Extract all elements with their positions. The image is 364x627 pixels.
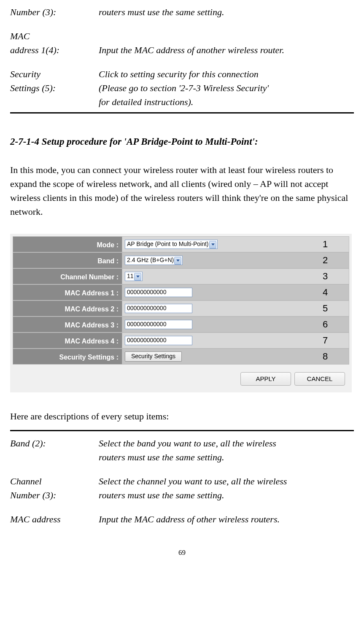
mac-input-2[interactable]: 000000000000 xyxy=(125,304,192,313)
figure-row-value: 113 xyxy=(122,268,349,284)
chevron-down-icon xyxy=(136,276,140,278)
settings-figure: Mode :AP Bridge (Point to Multi-Point)1B… xyxy=(10,234,352,393)
figure-row-label: MAC Address 3 : xyxy=(13,316,122,332)
def-label: MAC xyxy=(10,29,99,43)
def-label: Number (3): xyxy=(10,5,99,19)
def-label: Band (2): xyxy=(10,436,99,450)
top-definitions: Number (3): routers must use the same se… xyxy=(10,5,354,109)
annotation-number: 3 xyxy=(304,269,346,283)
def-value: Input the MAC address of other wireless … xyxy=(99,512,354,526)
def-label: Settings (5): xyxy=(10,81,99,95)
figure-row-value: 2.4 GHz (B+G+N)2 xyxy=(122,252,349,268)
figure-row: Security Settings :Security Settings8 xyxy=(13,349,349,365)
annotation-number: 5 xyxy=(304,301,346,315)
def-label: Security xyxy=(10,67,99,81)
def-row: Band (2): Select the band you want to us… xyxy=(10,436,354,450)
body-paragraph: In this mode, you can connect your wirel… xyxy=(10,163,354,219)
def-value: routers must use the same setting. xyxy=(99,488,354,502)
def-label: MAC address xyxy=(10,512,99,526)
figure-row-value: AP Bridge (Point to Multi-Point)1 xyxy=(122,236,349,252)
mac-input-3[interactable]: 000000000000 xyxy=(125,320,192,329)
def-value: (Please go to section '2-7-3 Wireless Se… xyxy=(99,81,354,95)
def-row: Channel Select the channel you want to u… xyxy=(10,474,354,488)
figure-row: MAC Address 1 :0000000000004 xyxy=(13,284,349,300)
def-value: Click to setting security for this conne… xyxy=(99,67,354,81)
apply-button[interactable]: APPLY xyxy=(240,372,291,386)
def-value: Input the MAC address of another wireles… xyxy=(99,43,354,57)
annotation-number: 4 xyxy=(304,285,346,299)
figure-row-value: 0000000000006 xyxy=(122,316,349,332)
def-label: address 1(4): xyxy=(10,43,99,57)
def-row: for detailed instructions). xyxy=(10,95,354,109)
def-value: routers must use the same setting. xyxy=(99,5,354,19)
figure-row: MAC Address 4 :0000000000007 xyxy=(13,332,349,349)
figure-row: MAC Address 2 :0000000000005 xyxy=(13,300,349,316)
def-row: routers must use the same setting. xyxy=(10,450,354,464)
select-1[interactable]: AP Bridge (Point to Multi-Point) xyxy=(125,240,218,249)
annotation-number: 8 xyxy=(304,349,346,363)
figure-row: Band :2.4 GHz (B+G+N)2 xyxy=(13,252,349,268)
page-number: 69 xyxy=(10,547,354,558)
divider xyxy=(10,112,354,114)
cancel-button[interactable]: CANCEL xyxy=(294,372,345,386)
def-row: address 1(4): Input the MAC address of a… xyxy=(10,43,354,57)
def-value: for detailed instructions). xyxy=(99,95,354,109)
chevron-down-icon xyxy=(211,243,215,246)
def-row: MAC address Input the MAC address of oth… xyxy=(10,512,354,526)
figure-row-label: MAC Address 1 : xyxy=(13,284,122,300)
chevron-down-icon xyxy=(176,259,180,262)
figure-row: Mode :AP Bridge (Point to Multi-Point)1 xyxy=(13,236,349,252)
annotation-number: 7 xyxy=(304,333,346,347)
descriptions-intro: Here are descriptions of every setup ite… xyxy=(10,409,354,423)
def-row: Settings (5): (Please go to section '2-7… xyxy=(10,81,354,95)
figure-row-label: Band : xyxy=(13,252,122,268)
bottom-definitions: Band (2): Select the band you want to us… xyxy=(10,436,354,526)
select-3[interactable]: 11 xyxy=(125,272,143,281)
figure-row: Channel Number :113 xyxy=(13,268,349,284)
select-2[interactable]: 2.4 GHz (B+G+N) xyxy=(125,256,183,265)
figure-row-value: 0000000000005 xyxy=(122,300,349,316)
mac-input-4[interactable]: 000000000000 xyxy=(125,336,192,345)
def-row: MAC xyxy=(10,29,354,43)
def-label: Channel xyxy=(10,474,99,488)
def-row: Number (3): routers must use the same se… xyxy=(10,5,354,19)
figure-row-value: Security Settings8 xyxy=(122,349,349,365)
figure-row-label: Mode : xyxy=(13,236,122,252)
annotation-number: 1 xyxy=(304,237,346,251)
figure-row-label: Channel Number : xyxy=(13,268,122,284)
figure-footer: APPLY CANCEL xyxy=(13,365,349,386)
figure-row-label: MAC Address 2 : xyxy=(13,300,122,316)
figure-row-value: 0000000000007 xyxy=(122,332,349,349)
def-value: Select the channel you want to use, all … xyxy=(99,474,354,488)
figure-row: MAC Address 3 :0000000000006 xyxy=(13,316,349,332)
figure-row-label: MAC Address 4 : xyxy=(13,332,122,349)
figure-row-value: 0000000000004 xyxy=(122,284,349,300)
annotation-number: 2 xyxy=(304,253,346,267)
def-row: Number (3): routers must use the same se… xyxy=(10,488,354,502)
divider xyxy=(10,430,354,431)
def-label: Number (3): xyxy=(10,488,99,502)
section-heading: 2-7-1-4 Setup procedure for 'AP Bridge-P… xyxy=(10,135,354,149)
annotation-number: 6 xyxy=(304,317,346,331)
security-settings-button[interactable]: Security Settings xyxy=(125,351,182,362)
figure-row-label: Security Settings : xyxy=(13,349,122,365)
mac-input-1[interactable]: 000000000000 xyxy=(125,288,192,297)
def-row: Security Click to setting security for t… xyxy=(10,67,354,81)
def-value: Select the band you want to use, all the… xyxy=(99,436,354,450)
def-value: routers must use the same setting. xyxy=(99,450,354,464)
